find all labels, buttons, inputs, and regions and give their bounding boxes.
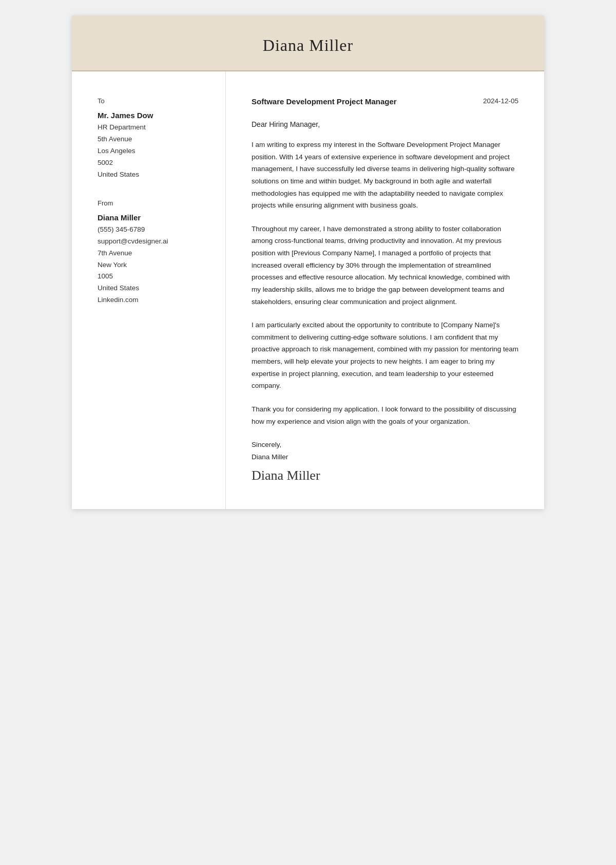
- closing-word: Sincerely,: [252, 439, 518, 451]
- sender-city: New York: [98, 259, 205, 271]
- content-area: To Mr. James Dow HR Department 5th Avenu…: [72, 71, 544, 509]
- recipient-city: Los Angeles: [98, 145, 205, 157]
- paragraph-1: I am writing to express my interest in t…: [252, 139, 518, 212]
- sender-phone: (555) 345-6789: [98, 224, 205, 236]
- sender-linkedin: Linkedin.com: [98, 294, 205, 306]
- paragraph-3: I am particularly excited about the oppo…: [252, 319, 518, 392]
- sender-zip: 1005: [98, 271, 205, 283]
- recipient-zip: 5002: [98, 157, 205, 169]
- recipient-address: HR Department 5th Avenue Los Angeles 500…: [98, 122, 205, 181]
- job-title: Software Development Project Manager: [252, 97, 397, 106]
- header-section: Diana Miller: [72, 15, 544, 71]
- to-label: To: [98, 97, 205, 105]
- signature: Diana Miller: [252, 468, 518, 483]
- sender-contact: (555) 345-6789 support@cvdesigner.ai 7th…: [98, 224, 205, 307]
- paragraph-2: Throughout my career, I have demonstrate…: [252, 223, 518, 308]
- to-section: To Mr. James Dow HR Department 5th Avenu…: [98, 97, 205, 181]
- letter-date: 2024-12-05: [483, 97, 518, 105]
- recipient-street: 5th Avenue: [98, 134, 205, 145]
- right-column: Software Development Project Manager 202…: [226, 71, 544, 509]
- sender-email: support@cvdesigner.ai: [98, 236, 205, 248]
- closing-name: Diana Miller: [252, 451, 518, 463]
- from-label: From: [98, 199, 205, 207]
- sender-name: Diana Miller: [98, 213, 205, 222]
- recipient-name: Mr. James Dow: [98, 111, 205, 120]
- left-column: To Mr. James Dow HR Department 5th Avenu…: [72, 71, 226, 509]
- sender-street: 7th Avenue: [98, 248, 205, 259]
- job-title-row: Software Development Project Manager 202…: [252, 97, 518, 106]
- greeting: Dear Hiring Manager,: [252, 120, 518, 128]
- paragraph-4: Thank you for considering my application…: [252, 403, 518, 427]
- closing-section: Sincerely, Diana Miller Diana Miller: [252, 439, 518, 483]
- recipient-country: United States: [98, 169, 205, 181]
- sender-country: United States: [98, 283, 205, 294]
- cover-letter-page: Diana Miller To Mr. James Dow HR Departm…: [72, 15, 544, 509]
- from-section: From Diana Miller (555) 345-6789 support…: [98, 199, 205, 307]
- recipient-department: HR Department: [98, 122, 205, 134]
- applicant-name: Diana Miller: [103, 36, 513, 55]
